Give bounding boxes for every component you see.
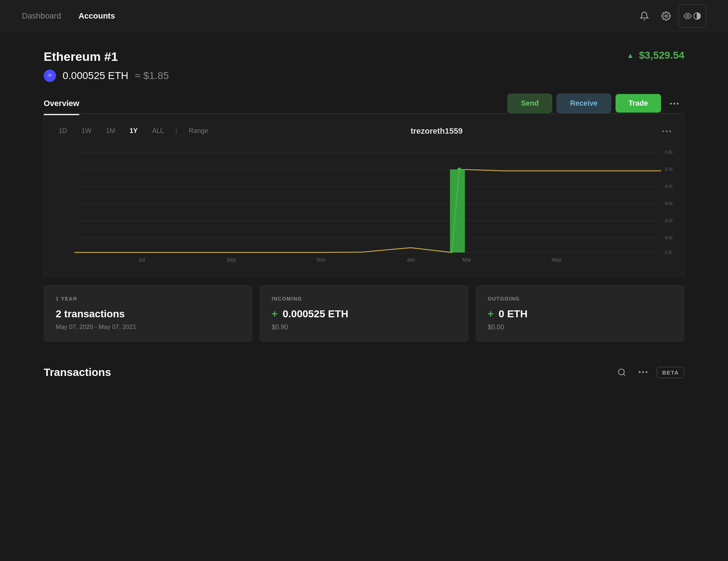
account-info: Ethereum #1 0.000525 ETH ≈ $1.85 (44, 50, 169, 82)
svg-text:0.0004 ETH: 0.0004 ETH (665, 184, 672, 189)
svg-text:Mar: Mar (462, 257, 471, 263)
time-range[interactable]: Range (186, 126, 211, 136)
eth-amount-outgoing: 0 ETH (499, 308, 527, 319)
time-1y[interactable]: 1Y (127, 126, 141, 136)
tab-overview[interactable]: Overview (44, 92, 79, 114)
plus-incoming: + (272, 308, 277, 319)
svg-point-0 (665, 15, 668, 17)
stat-card-year: 1 YEAR 2 transactions May 07, 2020 - May… (44, 285, 252, 342)
eth-icon (44, 70, 56, 82)
svg-text:0 ETH: 0 ETH (665, 250, 672, 255)
receive-button[interactable]: Receive (557, 94, 611, 113)
stats-row: 1 YEAR 2 transactions May 07, 2020 - May… (44, 285, 684, 342)
notifications-button[interactable] (635, 7, 654, 26)
visibility-toggle-button[interactable] (678, 4, 706, 28)
svg-text:0.0006 ETH: 0.0006 ETH (665, 149, 672, 155)
price-chart: 0.0006 ETH 0.0005 ETH 0.0004 ETH 0.0003 … (56, 145, 672, 269)
time-1m[interactable]: 1M (103, 126, 118, 136)
main-content: Ethereum #1 0.000525 ETH ≈ $1.85 ▲ $3,52… (0, 32, 728, 410)
svg-text:0.0001 ETH: 0.0001 ETH (665, 235, 672, 240)
svg-text:0.0003 ETH: 0.0003 ETH (665, 201, 672, 206)
nav-icons (635, 4, 706, 28)
tab-list: Overview (44, 99, 94, 108)
balance-eth: 0.000525 ETH (63, 70, 128, 82)
balance-approx: ≈ $1.85 (135, 70, 169, 82)
svg-line-28 (624, 374, 625, 376)
transactions-actions: ••• BETA (613, 364, 684, 381)
svg-point-1 (687, 15, 689, 17)
chart-more-button[interactable]: ••• (662, 126, 672, 136)
search-transactions-button[interactable] (613, 364, 630, 381)
trade-button[interactable]: Trade (616, 94, 661, 113)
svg-point-26 (458, 168, 461, 171)
chart-title: trezoreth1559 (411, 126, 463, 136)
time-all[interactable]: ALL (149, 126, 167, 136)
svg-text:0.0005 ETH: 0.0005 ETH (665, 166, 672, 172)
svg-point-27 (618, 369, 624, 375)
svg-text:Jul: Jul (138, 257, 145, 263)
tabs-row: Overview Send Receive Trade ••• (44, 94, 684, 114)
stat-card-incoming: INCOMING + 0.000525 ETH $0.90 (260, 285, 468, 342)
chart-controls: 1D 1W 1M 1Y ALL | Range trezoreth1559 ••… (56, 126, 672, 136)
stat-card-outgoing: OUTGOING + 0 ETH $0.00 (476, 285, 684, 342)
time-1w[interactable]: 1W (79, 126, 94, 136)
svg-text:0.0002 ETH: 0.0002 ETH (665, 218, 672, 223)
nav-dashboard[interactable]: Dashboard (22, 11, 61, 21)
svg-text:Sep: Sep (227, 257, 236, 263)
time-divider: | (175, 127, 177, 135)
time-filters: 1D 1W 1M 1Y ALL | Range (56, 126, 211, 136)
top-nav: Dashboard Accounts (0, 0, 728, 32)
nav-accounts[interactable]: Accounts (79, 11, 115, 21)
stat-label-outgoing: OUTGOING (488, 296, 672, 302)
bell-icon (640, 11, 649, 21)
stat-label-incoming: INCOMING (272, 296, 456, 302)
account-header: Ethereum #1 0.000525 ETH ≈ $1.85 ▲ $3,52… (44, 50, 684, 82)
tab-more-button[interactable]: ••• (665, 96, 684, 111)
account-balance-row: 0.000525 ETH ≈ $1.85 (44, 70, 169, 82)
eth-amount-incoming: 0.000525 ETH (282, 308, 348, 319)
svg-text:Jan: Jan (407, 257, 415, 263)
stat-subvalue-incoming: $0.90 (272, 323, 456, 331)
transactions-header: Transactions ••• BETA (44, 364, 684, 381)
stat-subvalue-outgoing: $0.00 (488, 323, 672, 331)
chart-section: 1D 1W 1M 1Y ALL | Range trezoreth1559 ••… (44, 114, 684, 276)
price-up-icon: ▲ (627, 51, 634, 60)
transactions-section: Transactions ••• BETA (44, 364, 684, 381)
theme-toggle-icon (693, 12, 701, 20)
search-icon (617, 368, 626, 377)
stat-date-year: May 07, 2020 - May 07, 2021 (56, 323, 240, 331)
eye-icon (684, 12, 692, 20)
svg-text:Nov: Nov (316, 257, 326, 263)
account-fiat: ▲ $3,529.54 (627, 50, 684, 61)
fiat-value: $3,529.54 (639, 50, 684, 61)
time-1d[interactable]: 1D (56, 126, 70, 136)
stat-value-year: 2 transactions (56, 308, 240, 320)
beta-badge: BETA (657, 367, 684, 378)
stat-label-year: 1 YEAR (56, 296, 240, 302)
svg-rect-25 (450, 169, 465, 252)
transactions-title: Transactions (44, 366, 111, 378)
svg-text:May: May (551, 257, 562, 263)
gear-icon (661, 11, 671, 21)
transactions-more-button[interactable]: ••• (635, 364, 652, 381)
nav-links: Dashboard Accounts (22, 11, 115, 21)
chart-wrapper: 0.0006 ETH 0.0005 ETH 0.0004 ETH 0.0003 … (56, 145, 672, 269)
settings-button[interactable] (657, 7, 676, 26)
plus-outgoing: + (488, 308, 494, 319)
stat-value-outgoing: + 0 ETH (488, 308, 672, 320)
tab-actions: Send Receive Trade ••• (507, 94, 684, 113)
account-title: Ethereum #1 (44, 50, 169, 64)
send-button[interactable]: Send (507, 94, 552, 113)
stat-value-incoming: + 0.000525 ETH (272, 308, 456, 320)
